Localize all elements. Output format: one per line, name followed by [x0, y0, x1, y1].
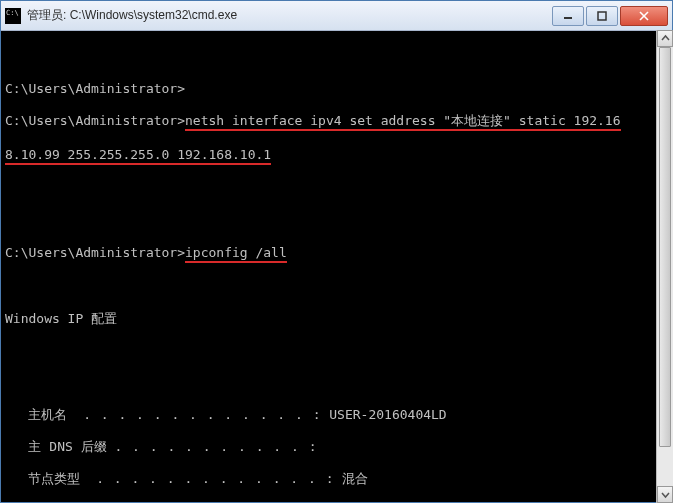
- hostname-value: USER-20160404LD: [329, 407, 446, 423]
- cmd-icon: [5, 8, 21, 24]
- maximize-button[interactable]: [586, 6, 618, 26]
- terminal-inner: C:\Users\Administrator> C:\Users\Adminis…: [5, 65, 668, 502]
- cmd-window: 管理员: C:\Windows\system32\cmd.exe C:\User…: [0, 0, 673, 503]
- close-button[interactable]: [620, 6, 668, 26]
- prompt: C:\Users\Administrator>: [5, 81, 185, 96]
- chevron-up-icon: [661, 34, 670, 43]
- vertical-scrollbar[interactable]: [656, 30, 673, 503]
- terminal-output[interactable]: C:\Users\Administrator> C:\Users\Adminis…: [1, 31, 672, 502]
- chevron-down-icon: [661, 490, 670, 499]
- window-title: 管理员: C:\Windows\system32\cmd.exe: [27, 7, 552, 24]
- scroll-up-button[interactable]: [657, 30, 673, 47]
- prompt: C:\Users\Administrator>: [5, 113, 185, 128]
- node-type-label: 节点类型: [5, 471, 96, 486]
- netsh-command-part2: 8.10.99 255.255.255.0 192.168.10.1: [5, 147, 271, 165]
- prompt: C:\Users\Administrator>: [5, 245, 185, 260]
- node-type-value: 混合: [342, 471, 368, 487]
- svg-rect-1: [598, 12, 606, 20]
- minimize-button[interactable]: [552, 6, 584, 26]
- section-header: Windows IP 配置: [5, 311, 117, 326]
- primary-dns-label: 主 DNS 后缀: [5, 439, 114, 454]
- hostname-label: 主机名: [5, 407, 83, 422]
- maximize-icon: [597, 11, 607, 21]
- close-icon: [639, 11, 649, 21]
- minimize-icon: [563, 11, 573, 21]
- ipconfig-command: ipconfig /all: [185, 245, 287, 263]
- window-controls: [552, 6, 668, 26]
- titlebar: 管理员: C:\Windows\system32\cmd.exe: [1, 1, 672, 31]
- dots: . . . . . . . . . . . :: [114, 439, 317, 454]
- netsh-command-part1: netsh interface ipv4 set address "本地连接" …: [185, 113, 621, 131]
- dots: . . . . . . . . . . . . . :: [83, 407, 321, 422]
- scrollbar-thumb[interactable]: [659, 47, 671, 447]
- scroll-down-button[interactable]: [657, 486, 673, 503]
- dots: . . . . . . . . . . . . . :: [96, 471, 334, 486]
